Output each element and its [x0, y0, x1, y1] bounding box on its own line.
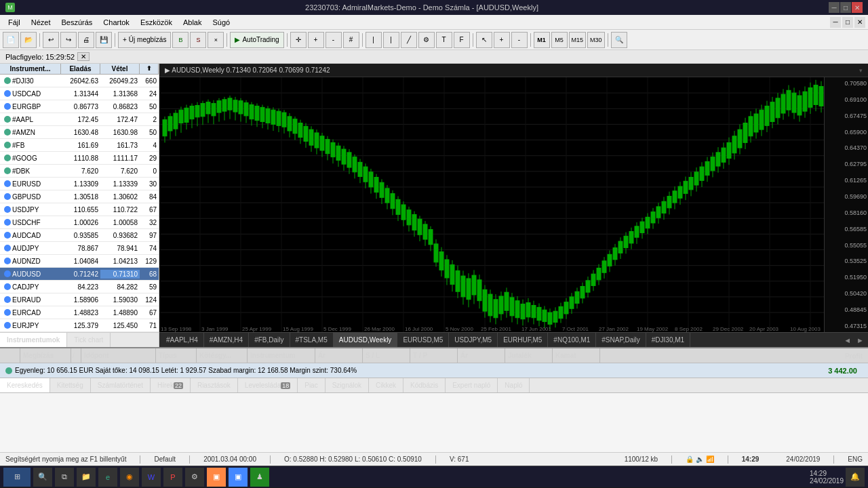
- plus-button[interactable]: +: [494, 32, 510, 48]
- close-pos-button[interactable]: ×: [208, 32, 224, 48]
- watchlist-row-eurusd[interactable]: EURUSD1.133091.1333930: [0, 178, 159, 190]
- search-tf-button[interactable]: 🔍: [611, 32, 627, 48]
- chart-tab-2[interactable]: #FB,Daily: [249, 333, 290, 347]
- tf-m30[interactable]: M30: [587, 32, 605, 48]
- watchlist-row-#amzn[interactable]: #AMZN1630.481630.9850: [0, 126, 159, 139]
- chart-tab-7[interactable]: EURHUF,M5: [498, 333, 548, 347]
- watchlist-row-usdcad[interactable]: USDCAD1.313441.3136824: [0, 87, 159, 100]
- taskbar-chrome[interactable]: ◉: [120, 468, 139, 487]
- tf-m1[interactable]: M1: [534, 32, 550, 48]
- open-button[interactable]: 📂: [20, 32, 37, 48]
- sell-button[interactable]: S: [190, 32, 206, 48]
- watchlist-row-gbpusd[interactable]: GBPUSD1.305181.3060284: [0, 190, 159, 203]
- chart-tab-9[interactable]: #SNAP,Daily: [596, 333, 646, 347]
- watchlist-row-#fb[interactable]: #FB161.69161.734: [0, 139, 159, 152]
- chart-tab-8[interactable]: #NQ100,M1: [548, 333, 596, 347]
- tf-m5[interactable]: M5: [551, 32, 568, 48]
- watchlist-row-euraud[interactable]: EURAUD1.589061.59030124: [0, 293, 159, 306]
- fiblevel-button[interactable]: F: [454, 32, 470, 48]
- taskbar-file-explorer[interactable]: 📁: [77, 468, 96, 487]
- print-button[interactable]: 🖨: [78, 32, 94, 48]
- taskbar-settings[interactable]: ⚙: [185, 468, 204, 487]
- zoom-out-button[interactable]: -: [326, 32, 342, 48]
- grid-button[interactable]: #: [343, 32, 359, 48]
- tab-journal[interactable]: Napló: [498, 378, 530, 392]
- menu-tools[interactable]: Eszközök: [135, 17, 178, 28]
- watchlist-row-eurcad[interactable]: EURCAD1.488231.4889067: [0, 306, 159, 319]
- chart-tab-4[interactable]: AUDUSD,Weekly: [334, 333, 398, 347]
- period-sep1[interactable]: |: [366, 32, 382, 48]
- chart-tab-6[interactable]: USDJPY,M5: [449, 333, 498, 347]
- zoom-in-button[interactable]: +: [308, 32, 324, 48]
- chart-tabs-scroll-right[interactable]: ►: [854, 336, 867, 344]
- taskbar-notification[interactable]: 🔔: [846, 468, 865, 487]
- close-watchlist-button[interactable]: ✕: [77, 52, 90, 61]
- new-order-button[interactable]: + Új megbízás: [118, 32, 171, 48]
- tf-m15[interactable]: M15: [569, 32, 587, 48]
- menu-window[interactable]: Ablak: [178, 17, 208, 28]
- chart-tabs-scroll-left[interactable]: ◄: [841, 336, 854, 344]
- cursor-button[interactable]: ↖: [476, 32, 492, 48]
- tab-signals[interactable]: Szignálok: [326, 378, 369, 392]
- watchlist-row-#goog[interactable]: #GOOG1110.881111.1729: [0, 152, 159, 165]
- chart-tab-0[interactable]: #AAPL,H4: [161, 333, 204, 347]
- chart-tab-10[interactable]: #DJI30,M1: [646, 333, 690, 347]
- tab-expert-log[interactable]: Expert napló: [446, 378, 498, 392]
- tab-codebase[interactable]: Kódbázis: [403, 378, 446, 392]
- panel-restore-button[interactable]: □: [842, 17, 853, 28]
- buy-button[interactable]: B: [172, 32, 189, 48]
- window-controls[interactable]: ─ □ ✕: [829, 2, 863, 13]
- watchlist-row-usdchf[interactable]: USDCHF1.000261.0005832: [0, 216, 159, 229]
- tab-alerts[interactable]: Riasztások: [191, 378, 238, 392]
- menu-view[interactable]: Nézet: [26, 17, 56, 28]
- taskbar-orange[interactable]: ▣: [207, 468, 226, 487]
- taskbar-app1[interactable]: ♟: [250, 468, 269, 487]
- watchlist-row-audusd[interactable]: AUDUSD0.712420.7131068: [0, 268, 159, 281]
- menu-help[interactable]: Súgó: [207, 17, 235, 28]
- period-bar[interactable]: |: [383, 32, 399, 48]
- search-taskbar[interactable]: 🔍: [33, 468, 52, 487]
- taskbar-powerpoint[interactable]: P: [163, 468, 182, 487]
- watchlist-row-audcad[interactable]: AUDCAD0.935850.9368297: [0, 229, 159, 242]
- watchlist-row-usdjpy[interactable]: USDJPY110.655110.72267: [0, 203, 159, 216]
- watchlist-row-eurjpy[interactable]: EURJPY125.379125.45071: [0, 319, 159, 332]
- menu-charts[interactable]: Chartok: [98, 17, 135, 28]
- taskbar-edge[interactable]: e: [98, 468, 117, 487]
- redo-button[interactable]: ↪: [60, 32, 77, 48]
- chart-tab-3[interactable]: #TSLA,M5: [290, 333, 334, 347]
- line-draw-button[interactable]: ╱: [401, 32, 417, 48]
- maximize-button[interactable]: □: [840, 2, 851, 13]
- watchlist-row-cadjpy[interactable]: CADJPY84.22384.28259: [0, 281, 159, 293]
- task-view[interactable]: ⧉: [55, 468, 74, 487]
- new-chart-button[interactable]: 📄: [3, 32, 19, 48]
- chart-tab-1[interactable]: #AMZN,H4: [204, 333, 249, 347]
- tab-market[interactable]: Piac: [298, 378, 325, 392]
- panel-close-button[interactable]: ✕: [854, 17, 865, 28]
- tab-exposure[interactable]: Kitettség: [50, 378, 91, 392]
- menu-insert[interactable]: Beszúrás: [56, 17, 98, 28]
- watchlist-row-#dji30[interactable]: #DJI3026042.6326049.23660: [0, 75, 159, 87]
- tab-tick-chart[interactable]: Tick chart: [67, 333, 111, 347]
- watchlist-row-#aapl[interactable]: #AAPL172.45172.472: [0, 113, 159, 126]
- taskbar-word[interactable]: W: [142, 468, 161, 487]
- undo-button[interactable]: ↩: [43, 32, 59, 48]
- start-button[interactable]: ⊞: [3, 468, 31, 487]
- close-button[interactable]: ✕: [852, 2, 863, 13]
- tab-instruments[interactable]: Instrumentumok: [0, 333, 67, 347]
- tab-articles[interactable]: Cikkek: [369, 378, 403, 392]
- tab-mailbox[interactable]: Levelesláda 18: [238, 378, 298, 392]
- text-button[interactable]: T: [436, 32, 452, 48]
- save-button[interactable]: 💾: [96, 32, 112, 48]
- menu-file[interactable]: Fájl: [3, 17, 26, 28]
- tools-button[interactable]: ⚙: [418, 32, 435, 48]
- minus-button[interactable]: -: [511, 32, 528, 48]
- watchlist-row-audjpy[interactable]: AUDJPY78.86778.94174: [0, 242, 159, 255]
- tab-history[interactable]: Számlatörténet: [91, 378, 151, 392]
- tab-news[interactable]: Hírek 22: [151, 378, 191, 392]
- autotrading-button[interactable]: ▶ AutoTrading: [230, 32, 283, 48]
- minimize-button[interactable]: ─: [829, 2, 840, 13]
- tab-trading[interactable]: Kereskedés: [0, 378, 50, 392]
- chart-canvas[interactable]: 13 Sep 1998 3 Jan 1999 25 Apr 1999 15 Au…: [159, 77, 868, 332]
- watchlist-row-eurgbp[interactable]: EURGBP0.867730.8682350: [0, 100, 159, 113]
- watchlist-row-audnzd[interactable]: AUDNZD1.040841.04213129: [0, 255, 159, 268]
